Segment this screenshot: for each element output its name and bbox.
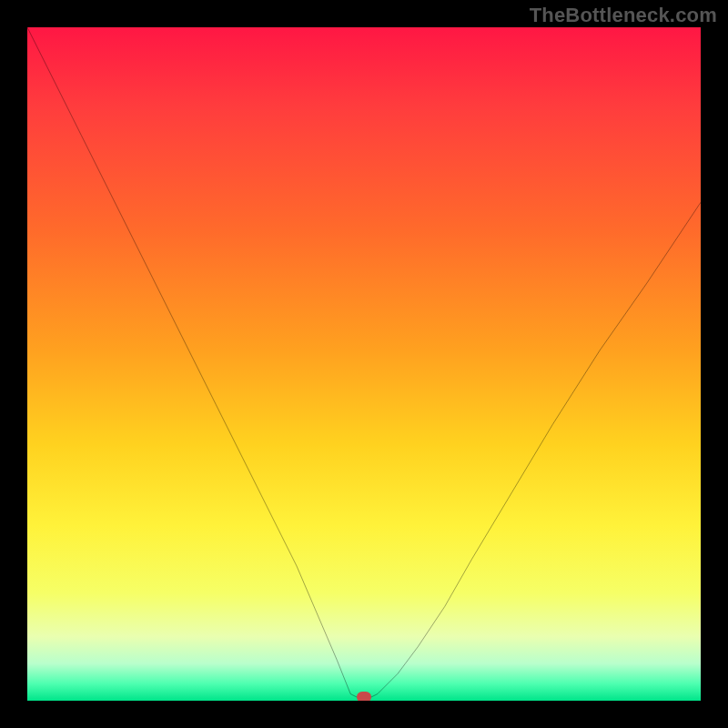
watermark-text: TheBottleneck.com — [530, 4, 717, 27]
chart-frame: TheBottleneck.com — [0, 0, 728, 728]
plot-area — [27, 27, 701, 701]
curve-line — [27, 27, 701, 701]
bottleneck-marker — [357, 692, 371, 701]
